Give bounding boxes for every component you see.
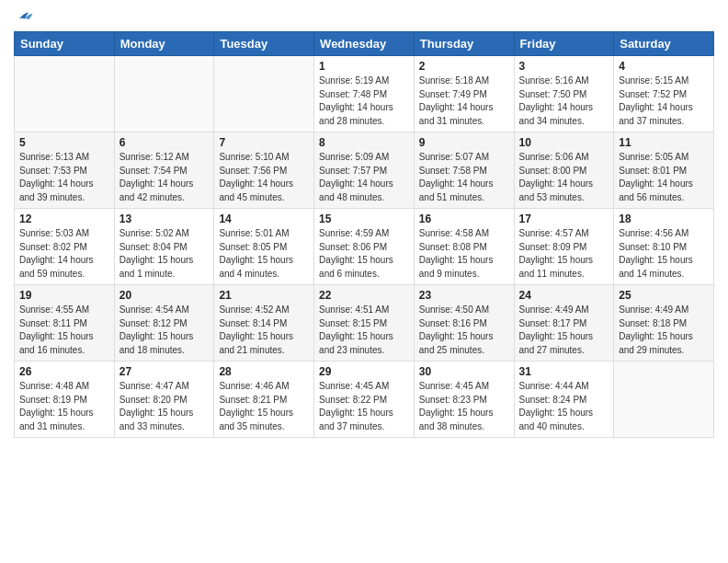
day-number: 20 (119, 289, 210, 302)
daylight-text: Daylight: 15 hours and 9 minutes. (419, 255, 494, 279)
day-number: 14 (219, 213, 309, 225)
day-number: 23 (419, 289, 509, 302)
day-number: 24 (519, 289, 609, 302)
sunrise-text: Sunrise: 5:06 AM (519, 152, 589, 162)
day-number: 15 (319, 213, 409, 225)
day-info: Sunrise: 4:51 AMSunset: 8:15 PMDaylight:… (319, 304, 409, 357)
sunrise-text: Sunrise: 5:18 AM (419, 75, 489, 86)
daylight-text: Daylight: 15 hours and 6 minutes. (319, 255, 393, 279)
sunrise-text: Sunrise: 5:01 AM (219, 228, 289, 238)
day-number: 3 (519, 60, 609, 73)
calendar-cell: 27Sunrise: 4:47 AMSunset: 8:20 PMDayligh… (114, 362, 214, 438)
sunrise-text: Sunrise: 4:55 AM (19, 304, 89, 315)
day-number: 4 (619, 60, 709, 73)
daylight-text: Daylight: 15 hours and 14 minutes. (619, 255, 693, 279)
sunrise-text: Sunrise: 4:44 AM (519, 381, 589, 391)
sunset-text: Sunset: 8:23 PM (419, 395, 487, 405)
calendar-cell: 12Sunrise: 5:03 AMSunset: 8:02 PMDayligh… (15, 209, 115, 285)
calendar-week-row: 19Sunrise: 4:55 AMSunset: 8:11 PMDayligh… (15, 285, 714, 362)
sunset-text: Sunset: 8:20 PM (119, 395, 188, 405)
header (14, 9, 714, 26)
day-number: 26 (19, 365, 109, 378)
day-info: Sunrise: 5:16 AMSunset: 7:50 PMDaylight:… (519, 75, 609, 128)
calendar-cell: 5Sunrise: 5:13 AMSunset: 7:53 PMDaylight… (15, 132, 115, 209)
sunset-text: Sunset: 7:53 PM (19, 166, 87, 176)
logo-icon (14, 9, 34, 26)
daylight-text: Daylight: 14 hours and 53 minutes. (519, 178, 594, 202)
sunset-text: Sunset: 8:10 PM (619, 242, 687, 252)
daylight-text: Daylight: 15 hours and 35 minutes. (219, 408, 293, 431)
calendar-cell: 10Sunrise: 5:06 AMSunset: 8:00 PMDayligh… (514, 132, 614, 209)
daylight-text: Daylight: 14 hours and 51 minutes. (419, 178, 494, 202)
day-info: Sunrise: 4:57 AMSunset: 8:09 PMDaylight:… (519, 227, 609, 281)
sunrise-text: Sunrise: 4:58 AM (419, 228, 489, 238)
sunset-text: Sunset: 8:21 PM (219, 395, 287, 405)
sunset-text: Sunset: 7:49 PM (419, 89, 487, 99)
calendar-cell: 13Sunrise: 5:02 AMSunset: 8:04 PMDayligh… (114, 209, 214, 285)
day-number: 17 (519, 213, 609, 225)
sunrise-text: Sunrise: 5:03 AM (19, 228, 89, 238)
calendar-cell (114, 56, 214, 132)
daylight-text: Daylight: 14 hours and 56 minutes. (619, 178, 693, 202)
calendar-cell: 29Sunrise: 4:45 AMSunset: 8:22 PMDayligh… (314, 362, 415, 438)
sunset-text: Sunset: 8:01 PM (619, 166, 687, 176)
calendar-week-row: 1Sunrise: 5:19 AMSunset: 7:48 PMDaylight… (15, 56, 714, 132)
daylight-text: Daylight: 14 hours and 45 minutes. (219, 178, 293, 202)
calendar-cell (614, 362, 714, 438)
daylight-text: Daylight: 15 hours and 18 minutes. (119, 331, 194, 355)
logo (14, 9, 38, 26)
daylight-text: Daylight: 14 hours and 37 minutes. (619, 102, 693, 126)
sunset-text: Sunset: 8:08 PM (419, 242, 487, 252)
calendar-cell: 9Sunrise: 5:07 AMSunset: 7:58 PMDaylight… (414, 132, 514, 209)
calendar-cell: 31Sunrise: 4:44 AMSunset: 8:24 PMDayligh… (514, 362, 614, 438)
sunrise-text: Sunrise: 4:49 AM (619, 304, 688, 315)
calendar-cell: 28Sunrise: 4:46 AMSunset: 8:21 PMDayligh… (214, 362, 314, 438)
day-number: 22 (319, 289, 409, 302)
weekday-header-wednesday: Wednesday (314, 32, 415, 56)
daylight-text: Daylight: 15 hours and 16 minutes. (19, 331, 94, 355)
day-info: Sunrise: 4:52 AMSunset: 8:14 PMDaylight:… (219, 304, 309, 357)
sunrise-text: Sunrise: 5:12 AM (119, 152, 189, 162)
sunset-text: Sunset: 8:19 PM (19, 395, 87, 405)
sunset-text: Sunset: 8:05 PM (219, 242, 287, 252)
sunset-text: Sunset: 8:04 PM (119, 242, 188, 252)
sunset-text: Sunset: 7:57 PM (319, 166, 387, 176)
calendar-cell: 21Sunrise: 4:52 AMSunset: 8:14 PMDayligh… (214, 285, 314, 362)
day-number: 8 (319, 136, 409, 149)
day-info: Sunrise: 5:10 AMSunset: 7:56 PMDaylight:… (219, 151, 309, 204)
calendar-cell: 19Sunrise: 4:55 AMSunset: 8:11 PMDayligh… (15, 285, 115, 362)
sunset-text: Sunset: 8:06 PM (319, 242, 387, 252)
calendar-cell (214, 56, 314, 132)
daylight-text: Daylight: 14 hours and 39 minutes. (19, 178, 94, 202)
daylight-text: Daylight: 15 hours and 38 minutes. (419, 408, 494, 431)
sunrise-text: Sunrise: 5:13 AM (19, 152, 89, 162)
sunset-text: Sunset: 7:48 PM (319, 89, 387, 99)
daylight-text: Daylight: 14 hours and 59 minutes. (19, 255, 94, 279)
sunrise-text: Sunrise: 4:49 AM (519, 304, 589, 315)
sunrise-text: Sunrise: 4:47 AM (119, 381, 189, 391)
calendar-cell: 4Sunrise: 5:15 AMSunset: 7:52 PMDaylight… (614, 56, 714, 132)
calendar-cell: 14Sunrise: 5:01 AMSunset: 8:05 PMDayligh… (214, 209, 314, 285)
day-info: Sunrise: 4:59 AMSunset: 8:06 PMDaylight:… (319, 227, 409, 281)
weekday-header-thursday: Thursday (414, 32, 514, 56)
sunrise-text: Sunrise: 5:02 AM (119, 228, 189, 238)
calendar-cell (15, 56, 115, 132)
sunset-text: Sunset: 8:02 PM (19, 242, 87, 252)
day-info: Sunrise: 5:18 AMSunset: 7:49 PMDaylight:… (419, 75, 509, 128)
calendar-cell: 11Sunrise: 5:05 AMSunset: 8:01 PMDayligh… (614, 132, 714, 209)
sunset-text: Sunset: 8:24 PM (519, 395, 587, 405)
sunset-text: Sunset: 7:52 PM (619, 89, 687, 99)
day-number: 5 (19, 136, 109, 149)
daylight-text: Daylight: 14 hours and 31 minutes. (419, 102, 494, 126)
calendar-cell: 2Sunrise: 5:18 AMSunset: 7:49 PMDaylight… (414, 56, 514, 132)
sunrise-text: Sunrise: 4:50 AM (419, 304, 489, 315)
sunrise-text: Sunrise: 5:05 AM (619, 152, 688, 162)
daylight-text: Daylight: 15 hours and 37 minutes. (319, 408, 393, 431)
day-info: Sunrise: 5:15 AMSunset: 7:52 PMDaylight:… (619, 75, 709, 128)
daylight-text: Daylight: 14 hours and 48 minutes. (319, 178, 393, 202)
day-info: Sunrise: 5:12 AMSunset: 7:54 PMDaylight:… (119, 151, 210, 204)
day-number: 9 (419, 136, 509, 149)
weekday-header-row: SundayMondayTuesdayWednesdayThursdayFrid… (15, 32, 714, 56)
day-info: Sunrise: 5:07 AMSunset: 7:58 PMDaylight:… (419, 151, 509, 204)
calendar-cell: 1Sunrise: 5:19 AMSunset: 7:48 PMDaylight… (314, 56, 415, 132)
